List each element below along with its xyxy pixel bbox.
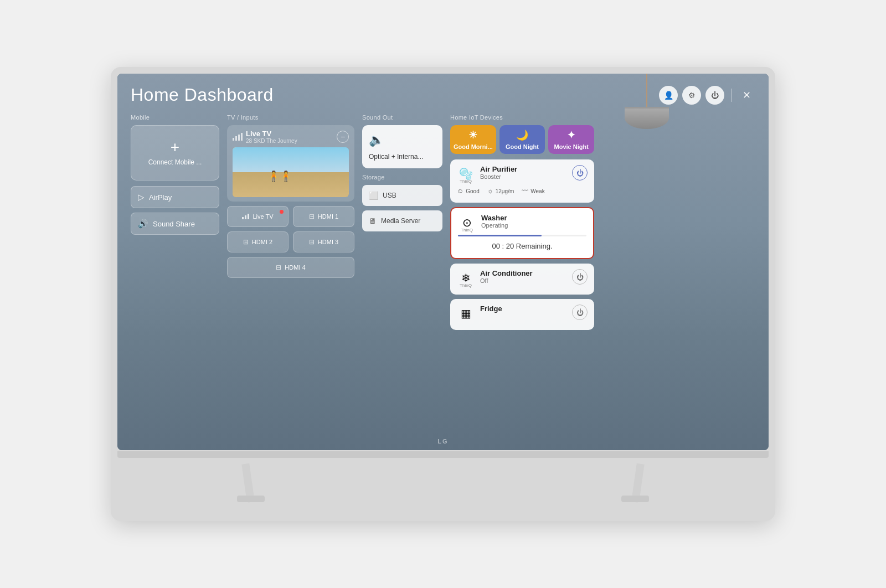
air-purifier-left: 🫧 ThinQ Air Purifier Booster (457, 165, 517, 183)
night-mode-button[interactable]: 🌙 Good Night (499, 125, 545, 154)
stand-foot-right (621, 496, 649, 502)
stand-foot-left (237, 496, 265, 502)
fridge-info: Fridge (480, 305, 502, 313)
hdmi4-icon: ⊟ (276, 264, 281, 271)
hdmi1-button[interactable]: ⊟ HDMI 1 (293, 206, 354, 227)
ac-name: Air Conditioner (480, 269, 533, 277)
hdmi3-button[interactable]: ⊟ HDMI 3 (293, 231, 354, 252)
aq-good: ☺ Good (457, 187, 480, 195)
washer-card[interactable]: ⊙ ThinQ Washer Operating (450, 207, 594, 259)
signal-bar-3 (238, 135, 240, 141)
washer-timer: 00 : 20 Remaining. (458, 240, 586, 252)
live-tv-preview: 🧍🧍 (233, 147, 349, 197)
close-button[interactable]: ✕ (738, 87, 755, 104)
aq-wind: 〰 Weak (522, 187, 544, 195)
aq-good-label: Good (466, 188, 479, 194)
washer-top: ⊙ ThinQ Washer Operating (458, 214, 586, 231)
fridge-icon: ▦ (461, 307, 471, 320)
input-row-2: ⊟ HDMI 2 ⊟ HDMI 3 (227, 231, 354, 252)
washer-status: Operating (481, 222, 508, 229)
fridge-top: ▦ Fridge ⏻ (457, 305, 588, 322)
movie-mode-button[interactable]: ✦ Movie Night (548, 125, 594, 154)
tv-inputs-column: TV / Inputs (227, 114, 354, 441)
hdmi2-button[interactable]: ⊟ HDMI 2 (227, 231, 289, 252)
live-tv-card[interactable]: Live TV 28 SKD The Journey − 🧍🧍 (227, 125, 354, 202)
tv-bottom-bar (117, 451, 769, 458)
air-purifier-power-button[interactable]: ⏻ (572, 165, 588, 180)
hdmi4-label: HDMI 4 (285, 264, 305, 271)
washer-name: Washer (481, 214, 508, 222)
media-server-button[interactable]: 🖥 Media Server (362, 210, 442, 231)
air-purifier-card[interactable]: 🫧 ThinQ Air Purifier Booster ⏻ (450, 159, 594, 203)
minus-button[interactable]: − (337, 131, 349, 143)
profile-button[interactable]: 👤 (659, 86, 678, 105)
washer-progress: 00 : 20 Remaining. (458, 235, 586, 252)
iot-modes: ☀ Good Morni... 🌙 Good Night ✦ Movie Nig… (450, 125, 594, 154)
usb-button[interactable]: ⬜ USB (362, 185, 442, 206)
ac-thinq: ThinQ (460, 283, 472, 288)
air-purifier-thinq: ThinQ (460, 179, 472, 184)
lg-logo: LG (437, 438, 448, 445)
air-quality-row: ☺ Good ☼ 12μg/m 〰 Weak (457, 185, 588, 197)
washer-thinq: ThinQ (461, 228, 473, 233)
ac-icon-wrap: ❄ ThinQ (457, 269, 475, 287)
power-button[interactable]: ⏻ (705, 86, 724, 105)
sound-label: Sound Out (362, 114, 442, 121)
preview-figures: 🧍🧍 (267, 170, 292, 182)
iot-column: Home IoT Devices ☀ Good Morni... 🌙 Good … (450, 114, 594, 441)
input-row-3: ⊟ HDMI 4 (227, 257, 354, 278)
header-divider (731, 89, 732, 102)
hdmi1-label: HDMI 1 (318, 213, 338, 220)
sound-share-label: Sound Share (153, 220, 195, 228)
signal-bar-1 (233, 138, 234, 141)
hdmi1-icon: ⊟ (309, 213, 315, 220)
aq-pm-icon: ☼ (487, 187, 493, 195)
air-purifier-name: Air Purifier (480, 165, 517, 173)
washer-left: ⊙ ThinQ Washer Operating (458, 214, 508, 231)
sound-device-label: Optical + Interna... (369, 153, 423, 161)
settings-button[interactable]: ⚙ (682, 86, 701, 105)
sound-column: Sound Out 🔈 Optical + Interna... Storage… (362, 114, 442, 441)
sound-share-button[interactable]: 🔊 Sound Share (131, 213, 219, 235)
air-purifier-top: 🫧 ThinQ Air Purifier Booster ⏻ (457, 165, 588, 183)
mobile-column: Mobile + Connect Mobile ... ▷ AirPlay 🔊 … (131, 114, 219, 441)
stand-leg-left (237, 458, 265, 502)
hdmi3-label: HDMI 3 (318, 239, 338, 245)
hdmi3-icon: ⊟ (309, 238, 315, 246)
hdmi2-icon: ⊟ (243, 238, 249, 246)
fridge-card[interactable]: ▦ Fridge ⏻ (450, 299, 594, 330)
preview-scene: 🧍🧍 (233, 147, 349, 197)
storage-section: Storage ⬜ USB 🖥 Media Server (362, 174, 442, 236)
connect-mobile-button[interactable]: + Connect Mobile ... (131, 125, 219, 180)
fridge-power-button[interactable]: ⏻ (572, 305, 588, 320)
airplay-button[interactable]: ▷ AirPlay (131, 186, 219, 208)
tv-inputs-label: TV / Inputs (227, 114, 354, 121)
morning-mode-icon: ☀ (468, 129, 477, 141)
hdmi2-label: HDMI 2 (252, 239, 272, 245)
media-server-icon: 🖥 (369, 216, 377, 225)
aq-pm-label: 12μg/m (496, 188, 514, 194)
sound-card[interactable]: 🔈 Optical + Interna... (362, 125, 442, 168)
sound-share-icon: 🔊 (138, 219, 148, 229)
progress-fill (458, 235, 542, 236)
night-mode-label: Good Night (506, 143, 539, 150)
preview-sky (233, 147, 349, 172)
iot-label: Home IoT Devices (450, 114, 594, 121)
input-row-1: Live TV ⊟ HDMI 1 (227, 206, 354, 227)
tv-screen: Home Dashboard 👤 ⚙ ⏻ ✕ Mobile + Connect … (117, 74, 769, 450)
progress-bar (458, 235, 586, 236)
connect-mobile-label: Connect Mobile ... (148, 158, 202, 166)
live-tv-info: Live TV 28 SKD The Journey (233, 130, 297, 144)
ac-power-button[interactable]: ⏻ (572, 269, 588, 285)
ac-info: Air Conditioner Off (480, 269, 533, 284)
live-tv-top: Live TV 28 SKD The Journey − (233, 130, 349, 144)
media-server-label: Media Server (381, 217, 420, 225)
tv-outer: Home Dashboard 👤 ⚙ ⏻ ✕ Mobile + Connect … (111, 67, 775, 521)
aq-wind-label: Weak (530, 188, 544, 194)
live-tv-input-button[interactable]: Live TV (227, 206, 289, 227)
air-conditioner-card[interactable]: ❄ ThinQ Air Conditioner Off ⏻ (450, 264, 594, 295)
hdmi4-button[interactable]: ⊟ HDMI 4 (227, 257, 354, 278)
tv-stand (215, 458, 671, 502)
morning-mode-button[interactable]: ☀ Good Morni... (450, 125, 496, 154)
signal-bars (233, 133, 243, 141)
